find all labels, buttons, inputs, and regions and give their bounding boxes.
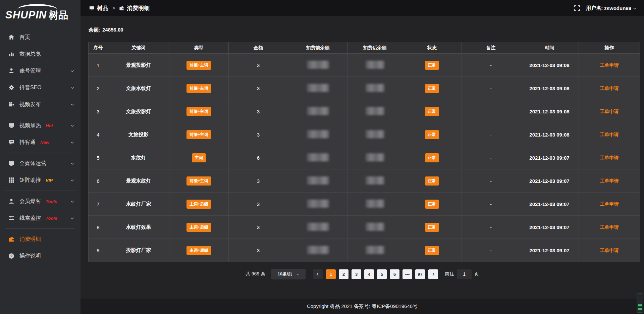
- masked-balance-value: [366, 61, 384, 69]
- sidebar-item-抖客通[interactable]: 抖客通New: [0, 134, 80, 151]
- sidebar-item-label: 全媒体运营: [19, 160, 46, 167]
- remark-cell-text: -: [490, 155, 492, 161]
- time-cell: 2021-12-03 09:08: [520, 77, 579, 100]
- type-badge: 前缀+主词: [186, 84, 211, 93]
- time-cell-text: 2021-12-03 09:07: [529, 224, 569, 230]
- index-cell-text: 8: [97, 224, 99, 230]
- index-cell: 4: [89, 123, 108, 146]
- keyword-cell: 文旅投影灯: [108, 100, 169, 123]
- sidebar-item-全媒体运营[interactable]: 全媒体运营: [0, 155, 80, 172]
- monitor-icon: [89, 6, 94, 11]
- work-order-link[interactable]: 工单申请: [600, 132, 619, 137]
- pre-balance-cell: [288, 77, 348, 100]
- breadcrumb-root[interactable]: 树品: [97, 4, 108, 12]
- status-cell: 正常: [402, 100, 462, 123]
- time-cell: 2021-12-03 09:08: [520, 100, 579, 123]
- masked-balance-value: [366, 176, 384, 185]
- masked-balance-value: [307, 61, 329, 69]
- main-content: 余额:24856.00 序号关键词类型金额扣费前余额扣费后余额状态备注时间操作 …: [80, 16, 644, 314]
- sidebar-item-label: 消费明细: [19, 236, 41, 243]
- sidebar-item-会员爆客[interactable]: 会员爆客Tools: [0, 193, 80, 210]
- column-header-扣费前余额: 扣费前余额: [288, 42, 348, 54]
- remark-cell-text: -: [490, 132, 492, 138]
- remark-cell-text: -: [490, 178, 492, 184]
- amount-cell: 3: [229, 123, 288, 146]
- balance-value: 24856.00: [102, 27, 123, 33]
- page-button-5[interactable]: 5: [377, 269, 387, 279]
- work-order-link[interactable]: 工单申请: [600, 86, 619, 91]
- status-cell: 正常: [402, 77, 462, 100]
- corner-widget[interactable]: [637, 293, 643, 313]
- work-order-link[interactable]: 工单申请: [600, 109, 619, 114]
- type-badge: 前缀+主词: [186, 61, 211, 70]
- amount-cell-text: 3: [257, 201, 260, 207]
- pagination-total: 共 969 条: [246, 271, 265, 277]
- keyword-cell-text: 文旅水纹灯: [126, 85, 151, 91]
- index-cell-text: 3: [97, 109, 99, 114]
- sidebar-item-label: 视频加热: [19, 122, 41, 129]
- work-order-link[interactable]: 工单申请: [600, 178, 619, 184]
- page-size-select[interactable]: 10条/页: [271, 269, 306, 279]
- sidebar-item-视频发布[interactable]: 视频发布: [0, 96, 80, 113]
- sidebar-item-数据总览[interactable]: 数据总览: [0, 46, 80, 62]
- breadcrumb: 树品 > 消费明细: [89, 4, 150, 12]
- remark-cell: -: [462, 146, 520, 169]
- time-cell: 2021-12-03 09:08: [520, 54, 579, 77]
- sidebar-item-label: 矩阵助推: [19, 177, 41, 184]
- type-badge: 主词+后缀: [186, 223, 211, 232]
- work-order-link[interactable]: 工单申请: [600, 155, 619, 160]
- user-menu[interactable]: 用户名: zswodun88: [586, 5, 637, 11]
- breadcrumb-current: 消费明细: [127, 4, 150, 12]
- masked-balance-value: [366, 200, 384, 208]
- next-page-button[interactable]: [428, 269, 438, 279]
- work-order-link[interactable]: 工单申请: [600, 248, 619, 253]
- masked-balance-value: [307, 84, 329, 92]
- pre-balance-cell: [288, 146, 348, 169]
- masked-balance-value: [366, 130, 384, 138]
- amount-cell: 3: [229, 216, 288, 239]
- page-button-4[interactable]: 4: [364, 269, 374, 279]
- action-cell: 工单申请: [579, 77, 640, 100]
- work-order-link[interactable]: 工单申请: [600, 224, 619, 230]
- status-badge: 正常: [425, 200, 439, 209]
- fullscreen-icon[interactable]: [574, 5, 580, 11]
- page-button-97[interactable]: 97: [415, 269, 425, 279]
- prev-page-button[interactable]: [313, 269, 323, 279]
- keyword-cell-text: 文旅投影灯: [126, 108, 151, 114]
- amount-cell-text: 3: [257, 178, 260, 184]
- work-order-link[interactable]: 工单申请: [600, 62, 619, 68]
- more-pages-button[interactable]: •••: [402, 269, 412, 279]
- column-header-扣费后余额: 扣费后余额: [348, 42, 402, 54]
- sidebar-item-线索监控[interactable]: 线索监控Tools: [0, 210, 80, 226]
- sidebar-item-视频加热[interactable]: 视频加热Hot: [0, 117, 80, 134]
- table-row: 4文旅投影前缀+主词3正常-2021-12-03 09:08工单申请: [89, 123, 640, 146]
- goto-page-input[interactable]: [457, 269, 472, 279]
- username-value: zswodun88: [604, 5, 631, 11]
- work-order-link[interactable]: 工单申请: [600, 201, 619, 207]
- sidebar-item-首页[interactable]: 首页: [0, 29, 80, 46]
- sidebar-item-抖音SEO[interactable]: 抖音SEO: [0, 79, 80, 96]
- remark-cell: -: [462, 169, 520, 193]
- page-button-2[interactable]: 2: [339, 269, 348, 279]
- type-cell: 主词+后缀: [169, 239, 229, 262]
- sidebar-item-label: 数据总览: [19, 51, 41, 58]
- status-badge: 正常: [425, 246, 439, 255]
- page-buttons: 123456•••97: [326, 269, 425, 279]
- sidebar-item-矩阵助推[interactable]: 矩阵助推VIP: [0, 172, 80, 189]
- post-balance-cell: [348, 54, 402, 77]
- post-balance-cell: [348, 169, 402, 193]
- sidebar-item-操作说明[interactable]: ?操作说明: [0, 248, 80, 264]
- sidebar-badge-vip: VIP: [46, 178, 53, 183]
- action-cell: 工单申请: [579, 100, 640, 123]
- sidebar-item-消费明细[interactable]: 消费明细: [0, 231, 80, 248]
- table-row: 1景观投影灯前缀+主词3正常-2021-12-03 09:08工单申请: [89, 54, 640, 77]
- sidebar-item-账号管理[interactable]: 账号管理: [0, 62, 80, 79]
- page-button-6[interactable]: 6: [390, 269, 399, 279]
- page-button-3[interactable]: 3: [352, 269, 361, 279]
- table-row: 6景观水纹灯前缀+主词3正常-2021-12-03 09:07工单申请: [89, 169, 640, 193]
- page-button-1[interactable]: 1: [326, 269, 336, 279]
- action-cell: 工单申请: [579, 123, 640, 146]
- remark-cell-text: -: [490, 86, 492, 91]
- chevron-down-icon: [70, 86, 74, 90]
- action-cell: 工单申请: [579, 54, 640, 77]
